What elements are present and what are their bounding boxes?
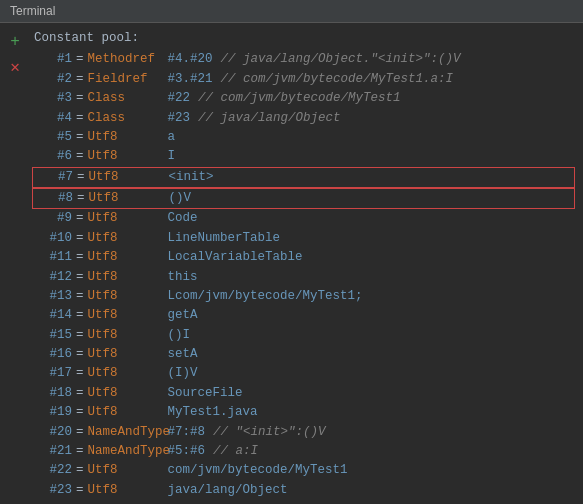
table-row: #15=Utf8()I [30,326,579,345]
cp-type: Utf8 [88,248,168,267]
cp-ref: (I)V [168,364,198,383]
cp-ref: ()V [169,189,192,208]
cp-ref: ()I [168,326,191,345]
cp-index: #19 [34,403,72,422]
title-text: Terminal [10,4,55,18]
cp-type: Class [88,109,168,128]
cp-ref: I [168,147,176,166]
cp-index: #17 [34,364,72,383]
title-bar: Terminal [0,0,583,23]
cp-index: #20 [34,423,72,442]
cp-index: #3 [34,89,72,108]
cp-comment: // java/lang/Object [198,109,341,128]
cp-eq: = [76,442,84,461]
cp-index: #13 [34,287,72,306]
cp-type: Utf8 [88,287,168,306]
cp-eq: = [76,326,84,345]
cp-index: #21 [34,442,72,461]
cp-ref: Lcom/jvm/bytecode/MyTest1; [168,287,363,306]
cp-type: Utf8 [88,209,168,228]
cp-eq: = [76,364,84,383]
cp-type: Utf8 [89,189,169,208]
cp-eq: = [76,209,84,228]
table-row: #10=Utf8LineNumberTable [30,229,579,248]
table-row: #18=Utf8SourceFile [30,384,579,403]
cp-eq: = [76,287,84,306]
cp-type: Utf8 [88,481,168,500]
cp-type: NameAndType [88,423,168,442]
cp-type: Utf8 [88,403,168,422]
cp-ref: #5:#6 [168,442,206,461]
cp-index: #4 [34,109,72,128]
cp-index: #5 [34,128,72,147]
table-row: #21=NameAndType#5:#6// a:I [30,442,579,461]
cp-eq: = [76,268,84,287]
table-row: #22=Utf8com/jvm/bytecode/MyTest1 [30,461,579,480]
cp-index: #9 [34,209,72,228]
cp-type: Utf8 [88,345,168,364]
cp-type: Fieldref [88,70,168,89]
cp-comment: // java/lang/Object."<init>":()V [221,50,461,69]
table-row: #14=Utf8getA [30,306,579,325]
cp-index: #8 [35,189,73,208]
cp-ref: a [168,128,176,147]
cp-index: #2 [34,70,72,89]
cp-type: Utf8 [88,326,168,345]
cp-type: Utf8 [88,268,168,287]
remove-button[interactable]: ✕ [10,55,20,81]
cp-comment: // com/jvm/bytecode/MyTest1 [198,89,401,108]
add-button[interactable]: + [10,29,20,55]
cp-ref: #4.#20 [168,50,213,69]
table-row: #20=NameAndType#7:#8// "<init>":()V [30,423,579,442]
cp-eq: = [76,423,84,442]
cp-ref: MyTest1.java [168,403,258,422]
cp-eq: = [76,345,84,364]
table-row: #5=Utf8a [30,128,579,147]
table-row: #17=Utf8(I)V [30,364,579,383]
cp-index: #15 [34,326,72,345]
cp-eq: = [77,168,85,187]
cp-eq: = [76,481,84,500]
table-row: #8=Utf8()V [32,188,575,209]
cp-eq: = [76,403,84,422]
terminal-content: Constant pool: #1=Methodref#4.#20// java… [30,23,583,501]
cp-eq: = [76,384,84,403]
cp-index: #10 [34,229,72,248]
table-row: #23=Utf8java/lang/Object [30,481,579,500]
cp-type: Utf8 [88,147,168,166]
cp-ref: com/jvm/bytecode/MyTest1 [168,461,348,480]
cp-ref: java/lang/Object [168,481,288,500]
cp-eq: = [76,248,84,267]
constant-pool-header: Constant pool: [30,29,579,48]
cp-index: #11 [34,248,72,267]
cp-type: Utf8 [88,128,168,147]
cp-ref: this [168,268,198,287]
gutter: + ✕ [0,23,30,501]
cp-eq: = [76,70,84,89]
cp-index: #22 [34,461,72,480]
table-row: #19=Utf8MyTest1.java [30,403,579,422]
cp-type: Class [88,89,168,108]
table-row: #7=Utf8<init> [32,167,575,188]
cp-ref: getA [168,306,198,325]
cp-index: #6 [34,147,72,166]
cp-eq: = [76,128,84,147]
cp-type: Utf8 [88,461,168,480]
table-row: #13=Utf8Lcom/jvm/bytecode/MyTest1; [30,287,579,306]
table-row: #4=Class#23// java/lang/Object [30,109,579,128]
cp-eq: = [77,189,85,208]
cp-comment: // com/jvm/bytecode/MyTest1.a:I [221,70,454,89]
table-row: #1=Methodref#4.#20// java/lang/Object."<… [30,50,579,69]
cp-type: Methodref [88,50,168,69]
cp-eq: = [76,109,84,128]
cp-ref: #22 [168,89,191,108]
cp-type: NameAndType [88,442,168,461]
cp-index: #18 [34,384,72,403]
cp-index: #12 [34,268,72,287]
cp-type: Utf8 [88,364,168,383]
table-row: #12=Utf8this [30,268,579,287]
cp-eq: = [76,50,84,69]
open-brace: { [30,500,579,501]
cp-ref: Code [168,209,198,228]
cp-comment: // "<init>":()V [213,423,326,442]
